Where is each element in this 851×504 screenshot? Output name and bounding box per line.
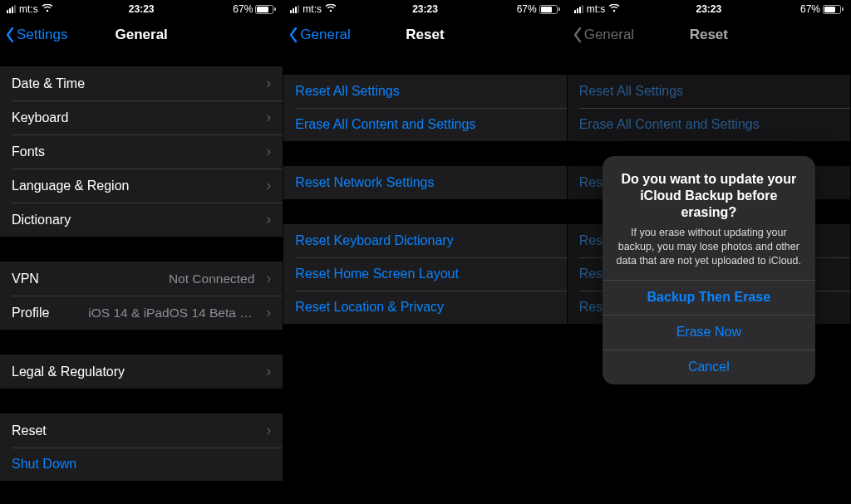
- status-bar: mt:s 23:23 67%: [283, 0, 566, 17]
- row-language-region[interactable]: Language & Region›: [0, 169, 283, 203]
- row-label: Reset Home Screen Layout: [295, 267, 459, 281]
- page-title: Reset: [283, 27, 566, 43]
- row-label: Dictionary: [12, 213, 71, 228]
- row-date-time[interactable]: Date & Time›: [0, 66, 283, 100]
- battery-icon: [255, 5, 276, 14]
- row-label: Keyboard: [12, 110, 69, 125]
- row-label: Shut Down: [12, 457, 76, 472]
- backup-then-erase-button[interactable]: Backup Then Erase: [603, 280, 815, 315]
- nav-bar: General Reset: [568, 17, 850, 53]
- clock-label: 23:23: [568, 3, 850, 15]
- row-label: Reset Location & Privacy: [295, 300, 444, 315]
- alert-message: If you erase without updating your backu…: [616, 226, 802, 268]
- page-title: General: [0, 27, 283, 43]
- group-legal: Legal & Regulatory›: [0, 355, 283, 389]
- group-datetime: Date & Time› Keyboard› Fonts› Language &…: [0, 66, 283, 237]
- screen-reset-alert: mt:s 23:23 67% General Reset Reset All S…: [568, 0, 851, 504]
- row-reset-all-settings[interactable]: Reset All Settings: [283, 75, 566, 108]
- battery-icon: [539, 5, 560, 14]
- group-erase: Reset All Settings Erase All Content and…: [283, 75, 566, 141]
- alert-title: Do you want to update your iCloud Backup…: [616, 171, 802, 221]
- row-fonts[interactable]: Fonts›: [0, 135, 283, 169]
- row-label: Erase All Content and Settings: [295, 117, 475, 132]
- group-other: Reset Keyboard Dictionary Reset Home Scr…: [283, 224, 566, 324]
- screen-reset: mt:s 23:23 67% General Reset Reset All S…: [283, 0, 567, 504]
- row-detail: Not Connected: [169, 272, 254, 286]
- group-vpn-profile: VPNNot Connected› ProfileiOS 14 & iPadOS…: [0, 262, 283, 330]
- row-dictionary[interactable]: Dictionary›: [0, 203, 283, 237]
- screen-general: mt:s 23:23 67% Settings General Date & T…: [0, 0, 283, 504]
- row-reset-network[interactable]: Reset Network Settings: [283, 166, 566, 199]
- row-reset-home-screen[interactable]: Reset Home Screen Layout: [283, 257, 566, 291]
- row-keyboard[interactable]: Keyboard›: [0, 100, 283, 135]
- group-network: Reset Network Settings: [283, 166, 566, 199]
- row-label: Profile: [12, 306, 49, 321]
- status-bar: mt:s 23:23 67%: [568, 0, 850, 17]
- chevron-right-icon: ›: [266, 422, 271, 439]
- row-label: Legal & Regulatory: [12, 365, 125, 379]
- battery-icon: [823, 5, 844, 14]
- row-reset-location-privacy[interactable]: Reset Location & Privacy: [283, 291, 566, 324]
- chevron-right-icon: ›: [266, 177, 271, 194]
- status-bar: mt:s 23:23 67%: [0, 0, 283, 17]
- chevron-right-icon: ›: [266, 211, 271, 228]
- chevron-right-icon: ›: [266, 270, 271, 287]
- row-erase-all[interactable]: Erase All Content and Settings: [283, 108, 566, 141]
- row-reset-keyboard-dict[interactable]: Reset Keyboard Dictionary: [283, 224, 566, 257]
- content: Reset All Settings Erase All Content and…: [283, 53, 566, 504]
- clock-label: 23:23: [283, 3, 566, 15]
- page-title: Reset: [568, 27, 850, 43]
- row-label: Date & Time: [12, 76, 85, 91]
- row-shut-down[interactable]: Shut Down: [0, 448, 283, 481]
- chevron-right-icon: ›: [266, 143, 271, 160]
- cancel-button[interactable]: Cancel: [603, 350, 815, 384]
- row-legal[interactable]: Legal & Regulatory›: [0, 355, 283, 389]
- alert-dialog: Do you want to update your iCloud Backup…: [603, 156, 815, 384]
- row-vpn[interactable]: VPNNot Connected›: [0, 262, 283, 296]
- row-label: Reset All Settings: [295, 84, 399, 99]
- clock-label: 23:23: [0, 3, 283, 15]
- row-label: Reset: [12, 423, 47, 438]
- row-reset[interactable]: Reset›: [0, 413, 283, 448]
- group-reset: Reset› Shut Down: [0, 413, 283, 481]
- content: Date & Time› Keyboard› Fonts› Language &…: [0, 53, 283, 504]
- chevron-right-icon: ›: [266, 109, 271, 126]
- erase-now-button[interactable]: Erase Now: [603, 315, 815, 350]
- nav-bar: General Reset: [283, 17, 566, 53]
- chevron-right-icon: ›: [266, 75, 271, 92]
- row-detail: iOS 14 & iPadOS 14 Beta Softwar...: [88, 306, 254, 321]
- chevron-right-icon: ›: [266, 363, 271, 380]
- alert-backdrop: Do you want to update your iCloud Backup…: [568, 53, 850, 504]
- nav-bar: Settings General: [0, 17, 283, 53]
- row-label: Reset Network Settings: [295, 175, 434, 190]
- row-label: Fonts: [12, 144, 45, 159]
- row-profile[interactable]: ProfileiOS 14 & iPadOS 14 Beta Softwar..…: [0, 296, 283, 330]
- row-label: Language & Region: [12, 179, 129, 193]
- row-label: Reset Keyboard Dictionary: [295, 233, 453, 248]
- row-label: VPN: [12, 272, 39, 286]
- chevron-right-icon: ›: [266, 304, 271, 321]
